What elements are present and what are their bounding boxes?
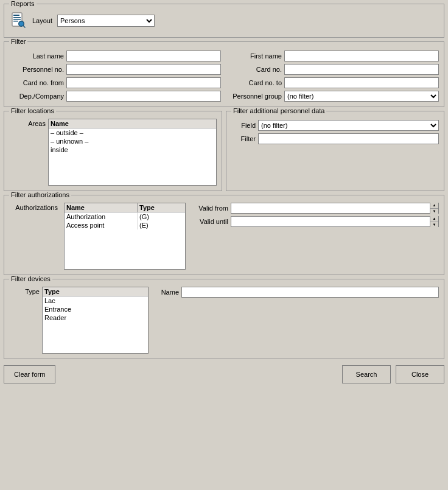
card-no-row: Card no.: [227, 64, 439, 75]
filter-authorizations-section: Filter authorizations Authorizations Nam…: [4, 195, 444, 275]
devices-name-input[interactable]: [181, 287, 439, 298]
personnel-no-input[interactable]: [66, 64, 221, 75]
list-item[interactable]: – unknown –: [49, 137, 216, 145]
field-row: Field (no filter): [231, 120, 439, 131]
svg-rect-1: [13, 15, 19, 16]
additional-filter-input[interactable]: [258, 133, 439, 144]
last-name-row: Last name: [9, 51, 221, 61]
valid-until-input[interactable]: [231, 217, 430, 226]
filter-additional-legend: Filter additional personnel data: [231, 107, 326, 114]
card-no-to-row: Card no. to: [227, 77, 439, 88]
svg-rect-4: [13, 21, 18, 22]
dep-company-label: Dep./Company: [9, 93, 64, 100]
personnel-no-row: Personnel no.: [9, 64, 221, 75]
auth-row[interactable]: Authorization (G): [65, 212, 185, 221]
svg-rect-2: [13, 17, 21, 18]
auth-cell-type: (E): [138, 221, 185, 229]
valid-from-label: Valid from: [192, 205, 228, 212]
list-item[interactable]: Entrance: [43, 305, 148, 313]
valid-until-input-wrap: ▲ ▼: [231, 216, 439, 227]
last-name-label: Last name: [9, 52, 64, 60]
valid-until-spin-up[interactable]: ▲: [430, 216, 438, 222]
type-label: Type: [9, 287, 40, 295]
reports-icon: [9, 12, 27, 30]
card-no-label: Card no.: [227, 66, 282, 73]
close-button[interactable]: Close: [396, 365, 444, 383]
auth-cell-name: Access point: [65, 221, 138, 229]
areas-list-header: Name: [49, 119, 216, 128]
devices-name-row: Name: [155, 287, 439, 298]
devices-type-list[interactable]: Type Lac Entrance Reader: [42, 287, 149, 354]
layout-select[interactable]: Persons: [57, 15, 155, 27]
auth-row[interactable]: Access point (E): [65, 221, 185, 229]
bottom-bar: Clear form Search Close: [4, 363, 444, 386]
auth-col-name-header: Name: [65, 203, 138, 212]
auth-cell-name: Authorization: [65, 212, 138, 221]
reports-legend: Reports: [9, 0, 37, 7]
areas-label: Areas: [9, 119, 46, 127]
areas-list[interactable]: Name – outside – – unknown – inside: [48, 119, 217, 186]
personnel-group-row: Personnel group (no filter): [227, 91, 439, 102]
list-item[interactable]: Lac: [43, 296, 148, 305]
auth-cell-type: (G): [138, 212, 185, 221]
card-no-from-row: Card no. from: [9, 77, 221, 88]
valid-until-spin-down[interactable]: ▼: [430, 222, 438, 228]
devices-right: Name: [155, 287, 439, 298]
first-name-row: First name: [227, 51, 439, 61]
first-name-input[interactable]: [284, 51, 439, 61]
card-no-to-label: Card no. to: [227, 79, 282, 86]
authorizations-list[interactable]: Name Type Authorization (G) Access point…: [64, 203, 186, 270]
filter-authorizations-legend: Filter authorizations: [9, 191, 71, 198]
card-no-input[interactable]: [284, 64, 439, 75]
layout-label: Layout: [32, 17, 52, 24]
dep-company-row: Dep./Company: [9, 91, 221, 102]
clear-form-button[interactable]: Clear form: [4, 365, 55, 383]
field-label: Field: [231, 122, 256, 129]
valid-from-input-wrap: ▲ ▼: [231, 203, 439, 214]
valid-from-row: Valid from ▲ ▼: [192, 203, 439, 214]
card-no-from-input[interactable]: [66, 77, 221, 88]
filter-devices-legend: Filter devices: [9, 275, 52, 282]
first-name-label: First name: [227, 52, 282, 60]
search-button[interactable]: Search: [342, 365, 391, 383]
svg-point-6: [19, 22, 24, 26]
additional-filter-label: Filter: [231, 135, 256, 142]
list-item[interactable]: Reader: [43, 313, 148, 322]
last-name-input[interactable]: [66, 51, 221, 61]
valid-from-input[interactable]: [231, 203, 430, 213]
card-no-to-input[interactable]: [284, 77, 439, 88]
valid-until-label: Valid until: [192, 218, 228, 225]
filter-additional-section: Filter additional personnel data Field (…: [226, 111, 444, 191]
filter-section: Filter Last name First name Personnel no…: [4, 41, 444, 107]
auth-col-type-header: Type: [138, 203, 185, 212]
svg-rect-3: [13, 19, 21, 20]
devices-name-label: Name: [155, 289, 179, 296]
authorizations-label: Authorizations: [9, 203, 58, 211]
reports-section: Reports Layout Persons: [4, 4, 444, 38]
personnel-group-label: Personnel group: [227, 93, 282, 100]
valid-until-spinner[interactable]: ▲ ▼: [430, 216, 438, 227]
field-select[interactable]: (no filter): [258, 120, 439, 131]
filter-devices-section: Filter devices Type Type Lac Entrance Re…: [4, 279, 444, 359]
card-no-from-label: Card no. from: [9, 79, 64, 86]
valid-from-spin-up[interactable]: ▲: [430, 203, 438, 209]
filter-locations-legend: Filter locations: [9, 107, 56, 114]
valid-from-spin-down[interactable]: ▼: [430, 209, 438, 214]
filter-legend: Filter: [9, 38, 27, 45]
btn-group-right: Search Close: [342, 365, 444, 383]
devices-type-header: Type: [43, 287, 148, 296]
valid-until-row: Valid until ▲ ▼: [192, 216, 439, 227]
valid-from-spinner[interactable]: ▲ ▼: [430, 203, 438, 214]
auth-list-header: Name Type: [65, 203, 185, 212]
dep-company-input[interactable]: [66, 91, 221, 102]
personnel-no-label: Personnel no.: [9, 66, 64, 73]
svg-line-7: [24, 26, 26, 28]
additional-filter-row: Filter: [231, 133, 439, 144]
personnel-group-select[interactable]: (no filter): [284, 91, 439, 102]
auth-right: Valid from ▲ ▼ Valid until ▲ ▼: [192, 203, 439, 227]
devices-type-wrap: Type Type Lac Entrance Reader: [9, 287, 149, 354]
list-item[interactable]: inside: [49, 145, 216, 154]
filter-locations-section: Filter locations Areas Name – outside – …: [4, 111, 222, 191]
list-item[interactable]: – outside –: [49, 128, 216, 137]
